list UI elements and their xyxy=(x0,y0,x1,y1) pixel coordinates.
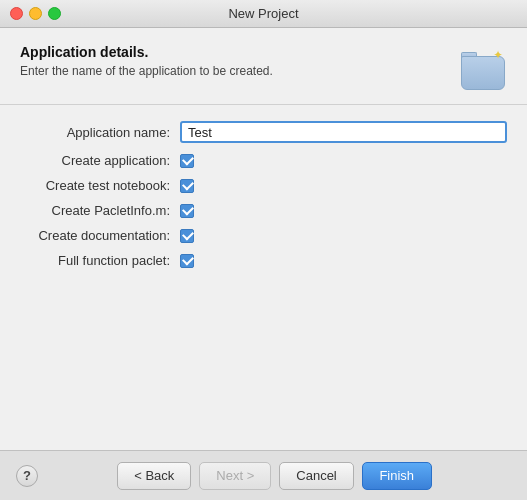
next-button[interactable]: Next > xyxy=(199,462,271,490)
close-button[interactable] xyxy=(10,7,23,20)
create-docs-row: Create documentation: xyxy=(20,228,507,243)
app-name-label: Application name: xyxy=(20,125,180,140)
full-function-checkbox-wrapper xyxy=(180,254,194,268)
create-docs-label: Create documentation: xyxy=(20,228,180,243)
create-app-checkbox[interactable] xyxy=(180,154,194,168)
create-app-checkbox-wrapper xyxy=(180,154,194,168)
minimize-button[interactable] xyxy=(29,7,42,20)
finish-button[interactable]: Finish xyxy=(362,462,432,490)
create-app-row: Create application: xyxy=(20,153,507,168)
header-section: Application details. Enter the name of t… xyxy=(0,28,527,105)
app-name-row: Application name: xyxy=(20,121,507,143)
form-section: Application name: Create application: Cr… xyxy=(0,105,527,294)
app-name-input[interactable] xyxy=(180,121,507,143)
header-text: Application details. Enter the name of t… xyxy=(20,44,447,78)
header-subtitle: Enter the name of the application to be … xyxy=(20,64,447,78)
create-paclet-label: Create PacletInfo.m: xyxy=(20,203,180,218)
content-spacer xyxy=(0,294,527,451)
cancel-button[interactable]: Cancel xyxy=(279,462,353,490)
help-button[interactable]: ? xyxy=(16,465,38,487)
full-function-row: Full function paclet: xyxy=(20,253,507,268)
create-app-label: Create application: xyxy=(20,153,180,168)
create-paclet-checkbox-wrapper xyxy=(180,204,194,218)
create-paclet-checkbox[interactable] xyxy=(180,204,194,218)
window-controls[interactable] xyxy=(10,7,61,20)
full-function-label: Full function paclet: xyxy=(20,253,180,268)
back-button[interactable]: < Back xyxy=(117,462,191,490)
maximize-button[interactable] xyxy=(48,7,61,20)
header-icon: ✦ xyxy=(459,44,507,92)
footer-nav: < Back Next > Cancel Finish xyxy=(38,462,511,490)
window-title: New Project xyxy=(228,6,298,21)
create-notebook-checkbox-wrapper xyxy=(180,179,194,193)
footer-left: ? xyxy=(16,465,38,487)
header-title: Application details. xyxy=(20,44,447,60)
full-function-checkbox[interactable] xyxy=(180,254,194,268)
title-bar: New Project xyxy=(0,0,527,28)
footer-section: ? < Back Next > Cancel Finish xyxy=(0,450,527,500)
window-content: Application details. Enter the name of t… xyxy=(0,28,527,500)
create-notebook-label: Create test notebook: xyxy=(20,178,180,193)
create-paclet-row: Create PacletInfo.m: xyxy=(20,203,507,218)
create-notebook-checkbox[interactable] xyxy=(180,179,194,193)
create-notebook-row: Create test notebook: xyxy=(20,178,507,193)
create-docs-checkbox[interactable] xyxy=(180,229,194,243)
sparkle-icon: ✦ xyxy=(493,48,503,62)
create-docs-checkbox-wrapper xyxy=(180,229,194,243)
